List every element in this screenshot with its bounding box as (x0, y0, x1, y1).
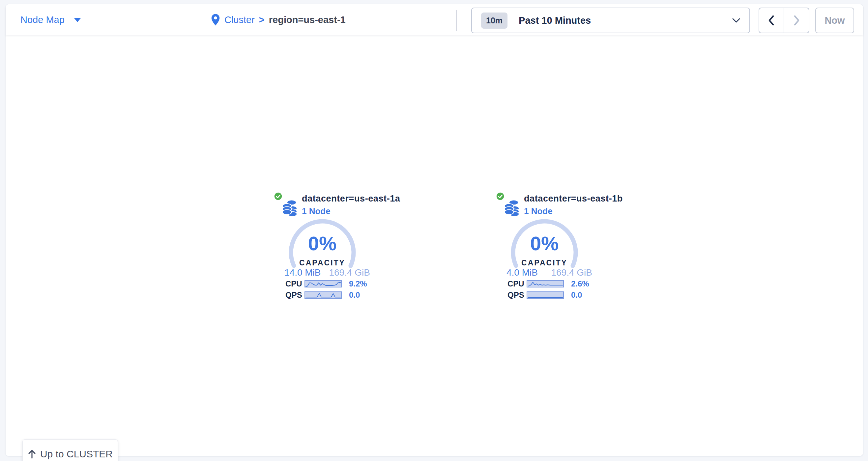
metric-value: 0.0 (349, 290, 360, 300)
status-healthy-icon (274, 192, 283, 201)
capacity-gauge: 0% CAPACITY (286, 216, 359, 289)
chevron-right-icon (792, 15, 801, 26)
cpu-sparkline (527, 280, 564, 288)
qps-sparkline (305, 291, 342, 299)
capacity-total: 169.4 GiB (551, 267, 592, 278)
qps-sparkline (527, 291, 564, 299)
metric-value: 0.0 (571, 290, 582, 300)
up-arrow-icon (28, 449, 36, 459)
capacity-used: 4.0 MiB (506, 267, 538, 278)
chevron-down-icon (732, 18, 740, 23)
node-count: 1 Node (302, 206, 400, 216)
database-stack-icon (504, 199, 519, 217)
node-map-screen: Node Map Cluster > region=us-east-1 10m … (0, 0, 868, 461)
header-bar: Node Map Cluster > region=us-east-1 10m … (6, 4, 863, 35)
view-selector-label: Node Map (21, 14, 65, 25)
cpu-sparkline (305, 280, 342, 288)
capacity-used: 14.0 MiB (284, 267, 321, 278)
metric-row-cpu: CPU 2.6% (507, 280, 606, 288)
node-count: 1 Node (524, 206, 623, 216)
time-nav-group (758, 7, 809, 33)
location-pin-icon (211, 13, 220, 26)
now-button[interactable]: Now (815, 7, 854, 33)
database-stack-icon (282, 199, 297, 217)
time-range-selector[interactable]: 10m Past 10 Minutes (471, 7, 750, 33)
metric-label: QPS (507, 290, 527, 300)
time-range-badge: 10m (481, 12, 507, 29)
view-selector-dropdown[interactable]: Node Map (21, 4, 81, 35)
status-healthy-icon (496, 192, 505, 201)
datacenter-card-us-east-1a[interactable]: datacenter=us-east-1a 1 Node 0% CAPACITY… (270, 188, 396, 311)
next-time-button[interactable] (784, 8, 809, 33)
time-range-label: Past 10 Minutes (519, 15, 591, 26)
chevron-left-icon (767, 15, 776, 26)
datacenter-header: datacenter=us-east-1b 1 Node (524, 194, 623, 216)
capacity-label: CAPACITY (286, 259, 359, 267)
capacity-values: 4.0 MiB 169.4 GiB (506, 267, 592, 278)
metric-value: 2.6% (571, 279, 589, 289)
header-divider (457, 10, 457, 31)
breadcrumb: Cluster > region=us-east-1 (211, 4, 346, 35)
prev-time-button[interactable] (759, 8, 784, 33)
capacity-percent: 0% (508, 232, 581, 255)
breadcrumb-current: region=us-east-1 (269, 14, 346, 25)
metric-row-qps: QPS 0.0 (285, 291, 384, 299)
content-panel: Node Map Cluster > region=us-east-1 10m … (6, 4, 863, 456)
up-to-cluster-button[interactable]: Up to CLUSTER (23, 439, 118, 461)
breadcrumb-cluster-link[interactable]: Cluster (224, 14, 255, 25)
datacenter-card-us-east-1b[interactable]: datacenter=us-east-1b 1 Node 0% CAPACITY… (492, 188, 618, 311)
capacity-gauge: 0% CAPACITY (508, 216, 581, 289)
metric-label: CPU (285, 279, 305, 289)
breadcrumb-separator: > (259, 14, 265, 25)
datacenter-title: datacenter=us-east-1b (524, 194, 623, 204)
datacenter-title: datacenter=us-east-1a (302, 194, 400, 204)
capacity-label: CAPACITY (508, 259, 581, 267)
metric-row-cpu: CPU 9.2% (285, 280, 384, 288)
capacity-values: 14.0 MiB 169.4 GiB (284, 267, 370, 278)
caret-down-icon (74, 18, 81, 22)
metric-label: QPS (285, 290, 305, 300)
metric-value: 9.2% (349, 279, 367, 289)
metric-row-qps: QPS 0.0 (507, 291, 606, 299)
metrics-list: CPU 9.2% QPS (285, 280, 384, 303)
up-to-cluster-label: Up to CLUSTER (40, 449, 113, 460)
capacity-total: 169.4 GiB (329, 267, 370, 278)
capacity-percent: 0% (286, 232, 359, 255)
datacenter-header: datacenter=us-east-1a 1 Node (302, 194, 400, 216)
metric-label: CPU (507, 279, 527, 289)
metrics-list: CPU 2.6% QPS (507, 280, 606, 303)
node-map-canvas: datacenter=us-east-1a 1 Node 0% CAPACITY… (6, 35, 863, 456)
